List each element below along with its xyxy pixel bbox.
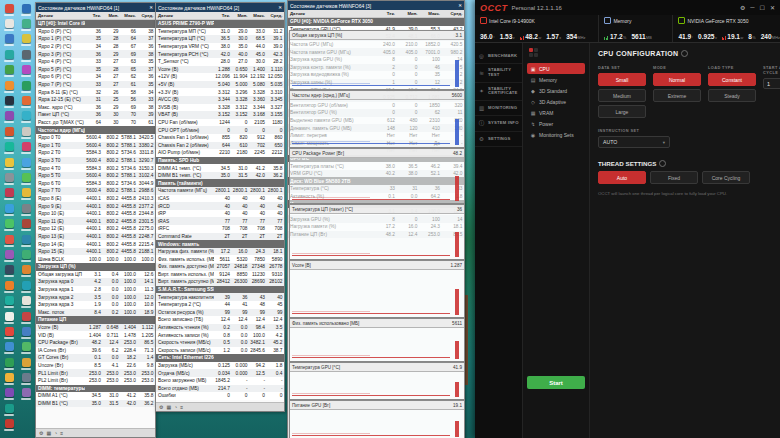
sensor-graph-window[interactable]: CPU Package Power [Вт] 48.2	[289, 148, 465, 204]
sensor-row[interactable]: Всего отдано (МБ) 214.7 - - -	[156, 385, 284, 393]
sensor-row[interactable]: DIMM B1 (°C) 35.0 31.5 42.0 36.2	[36, 400, 155, 408]
sensor-row[interactable]: CPU OPT (об/мин) 0 0 0 0	[156, 126, 284, 134]
desktop-icon[interactable]	[1, 233, 17, 248]
graph-title-bar[interactable]: CPU Package Power [Вт] 48.2	[290, 149, 464, 158]
desktop-icon[interactable]	[1, 156, 17, 171]
sensor-row[interactable]: Нагрузка физ. памяти (%) 17.2 16.0 24.3 …	[156, 248, 284, 256]
sensor-row[interactable]: Макс. ядро (°C) 36 29 69 38	[36, 104, 155, 112]
desktop-icon[interactable]	[18, 217, 34, 232]
desktop-icon[interactable]	[18, 294, 34, 309]
desktop-icon[interactable]	[18, 325, 34, 340]
sensor-row[interactable]: Всего загружено (МБ) 1845.2 - - -	[156, 377, 284, 385]
desktop-icon[interactable]	[18, 141, 34, 156]
sidebar-item[interactable]: ⚙ SETTINGS	[475, 132, 522, 147]
sensor-row[interactable]: CPU Fan (об/мин) 1244 0 2105 1180	[156, 119, 284, 127]
sensor-row[interactable]: Ядро 13 (E) 4400.1 800.2 4455.8 2248.7	[36, 233, 155, 241]
graph-title-bar[interactable]: Температура GPU [°C] 41.9	[290, 363, 464, 372]
sidebar-item[interactable]: ⓘ SYSTEM INFO	[475, 116, 522, 132]
sensor-row[interactable]: Загрузка ядра 3 1.9 0.0 100.0 10.8	[36, 301, 155, 309]
sensor-row[interactable]: Память (тайминги)	[156, 179, 284, 187]
test-tab[interactable]: ◇ 3D Adaptive	[527, 96, 585, 107]
instruction-set-select[interactable]: AUTO ▾	[598, 136, 670, 148]
sensor-row[interactable]: Ядро 1 T0 5600.4 800.2 5788.1 3380.2	[36, 142, 155, 150]
graph-title-bar[interactable]: Температура ЦП (пакет) [°C] 36	[290, 205, 464, 214]
sensor-row[interactable]: Ядро 5 (P) (°C) 35 28 65 37	[36, 66, 155, 74]
sensor-row[interactable]: Вирт. память использ. (МБ) 9124 8850 112…	[156, 271, 284, 279]
sensor-row[interactable]: Ядро 4 (P) (°C) 33 27 63 35	[36, 58, 155, 66]
sensor-row[interactable]: Физ. память доступно (МБ) 27057 24818 27…	[156, 263, 284, 271]
sensor-row[interactable]: ASUS PRIME Z790-P WIFI (NCT6798D)	[156, 20, 284, 28]
sensor-row[interactable]: Ядро 11 (E) 4400.1 800.2 4455.8 2301.5	[36, 217, 155, 225]
memory-stats-section[interactable]: Memory 17.2% 5611MB	[599, 15, 673, 42]
test-tab[interactable]: ◉ Monitoring Sets	[527, 129, 585, 140]
test-tab[interactable]: ▣ CPU	[527, 63, 585, 74]
desktop-icon[interactable]	[1, 2, 17, 17]
desktop-icon[interactable]	[1, 171, 17, 186]
test-tab[interactable]: ▤ Memory	[527, 74, 585, 85]
sensor-row[interactable]: Ядро 6 (P) (°C) 34 27 62 36	[36, 73, 155, 81]
desktop-icon[interactable]	[18, 371, 34, 386]
sensor-row[interactable]: Активность чтения (%) 0.2 0.0 98.4 3.5	[156, 324, 284, 332]
close-button[interactable]: ✕	[770, 4, 775, 11]
desktop-icon[interactable]	[1, 418, 17, 433]
desktop-icon[interactable]	[1, 110, 17, 125]
desktop-icon[interactable]	[1, 217, 17, 232]
grid-icon[interactable]: ▦	[166, 404, 171, 410]
clock-icon[interactable]: ◔	[174, 404, 177, 410]
mode-option-button[interactable]: Extreme	[653, 89, 701, 102]
sensor-row[interactable]: VID (В) 1.404 0.711 1.478 1.205	[36, 331, 155, 339]
desktop-icon[interactable]	[1, 248, 17, 263]
sensor-row[interactable]: Windows: память	[156, 240, 284, 248]
sensor-row[interactable]: Ядро 12 (E) 4400.1 800.2 4455.8 2275.0	[36, 225, 155, 233]
sensor-row[interactable]: Ядро 4 T0 5584.3 800.2 5734.6 3150.3	[36, 164, 155, 172]
sensor-graph-window[interactable]: Частоты ядер (сред.) [МГц] 5600	[289, 90, 465, 148]
sensor-row[interactable]: Питание ЦП	[36, 316, 155, 324]
sensor-graph-window[interactable]: Температура ЦП (пакет) [°C] 36	[289, 204, 465, 260]
gear-icon[interactable]: ⚙	[39, 430, 43, 436]
sensor-row[interactable]: Загрузка ядра 0 4.2 0.0 100.0 14.1	[36, 278, 155, 286]
sensor-row[interactable]: Скорость чтения (МБ/с) 0.5 0.0 3482.1 45…	[156, 339, 284, 347]
sensor-row[interactable]: Chassis Fan 2 (об/мин) 644 610 702 650	[156, 142, 284, 150]
sensor-row[interactable]: Ядро 2 T0 5584.3 800.2 5734.6 3311.8	[36, 149, 155, 157]
desktop-icon[interactable]	[18, 79, 34, 94]
sensor-row[interactable]: Общая загрузка ЦП 3.1 0.4 100.0 12.6	[36, 271, 155, 279]
desktop-icon[interactable]	[1, 341, 17, 356]
sensor-row[interactable]: GT Cores (Вт) 0.1 0.0 18.2 1.4	[36, 354, 155, 362]
desktop-icon[interactable]	[1, 79, 17, 94]
menu-icon[interactable]: ≡	[180, 404, 183, 410]
desktop-icon[interactable]	[18, 387, 34, 402]
sensor-row[interactable]: Остаток ресурса (%) 99 99 99 99	[156, 309, 284, 317]
test-tab[interactable]: ◆ 3D Standard	[527, 85, 585, 96]
sensor-row[interactable]: Ядро 7 T0 5600.4 800.2 5788.1 2988.6	[36, 187, 155, 195]
loadtype-option-button[interactable]: Steady	[708, 89, 756, 102]
sensor-row[interactable]: Вирт. память доступно (МБ) 28412 26300 2…	[156, 278, 284, 286]
sensor-row[interactable]: Температура 2 (°C) 44 41 48 45	[156, 301, 284, 309]
sensor-row[interactable]: Ядра 8-11 (E) (°C) 32 26 58 34	[36, 88, 155, 96]
sensor-row[interactable]: Ядро 3 T0 5600.4 800.2 5788.1 3290.7	[36, 157, 155, 165]
sensor-row[interactable]: Vcore (В) 1.288 0.650 1.400 1.110	[156, 66, 284, 74]
desktop-icon[interactable]	[1, 279, 17, 294]
menu-icon[interactable]: ≡	[60, 430, 63, 436]
desktop-icon[interactable]	[18, 2, 34, 17]
start-at-cycle-input[interactable]	[763, 78, 780, 89]
sensor-row[interactable]: S.M.A.R.T.: Samsung SSD 980 1TB	[156, 286, 284, 294]
sensor-row[interactable]: Загрузка ядра 2 3.5 0.0 100.0 12.0	[36, 293, 155, 301]
sensor-row[interactable]: PL1 Limit (Вт) 253.0 253.0 253.0 253.0	[36, 369, 155, 377]
minimize-button[interactable]: ─	[750, 4, 754, 11]
sensor-graph-window[interactable]: Общая загрузка ЦП [%] 3.1	[289, 30, 465, 90]
dataset-option-button[interactable]: Small	[598, 73, 646, 86]
sensor-row[interactable]: Chassis Fan 1 (об/мин) 855 820 912 860	[156, 134, 284, 142]
dataset-option-button[interactable]: Medium	[598, 89, 646, 102]
sensor-row[interactable]: Vcore (В) 1.287 0.648 1.404 1.112	[36, 324, 155, 332]
maximize-button[interactable]: ☐	[760, 4, 765, 11]
sensor-row[interactable]: DIMM A1 (°C) 34.5 31.0 41.2 35.8	[36, 392, 155, 400]
test-tab[interactable]: ↯ Power	[527, 118, 585, 129]
sensor-row[interactable]: Ядро 2 (P) (°C) 34 28 67 36	[36, 43, 155, 51]
graph-title-bar[interactable]: Питание GPU [Вт] 19.1	[290, 401, 464, 410]
sidebar-item[interactable]: ◎ BENCHMARK	[475, 49, 522, 64]
sensor-row[interactable]: Ядра 12-15 (E) (°C) 31 25 56 33	[36, 96, 155, 104]
sensor-row[interactable]: DIMM: температуры	[36, 385, 155, 393]
hwinfo-titlebar[interactable]: Состояние датчиков HWiNFO64 [3] ✕	[288, 1, 464, 10]
dataset-option-button[interactable]: Large	[598, 105, 646, 118]
sensor-row[interactable]: DIMM A1 темп. (°C) 34.5 31.0 41.2 35.8	[156, 164, 284, 172]
